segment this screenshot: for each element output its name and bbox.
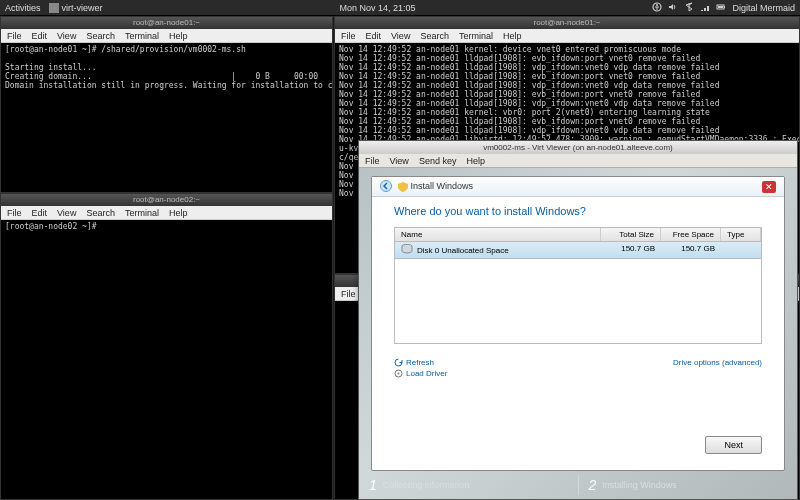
window-title: root@an-node02:~	[1, 194, 332, 206]
menu-sendkey[interactable]: Send key	[419, 156, 457, 166]
menu-file[interactable]: File	[7, 208, 22, 218]
back-button[interactable]	[380, 180, 392, 194]
disk-table: Name Total Size Free Space Type Disk 0 U…	[394, 227, 762, 344]
drive-options-link[interactable]: Drive options (advanced)	[673, 358, 762, 367]
terminal-menubar: File Edit View Search Terminal Help	[335, 29, 799, 43]
svg-rect-5	[718, 6, 723, 8]
menu-view[interactable]: View	[390, 156, 409, 166]
menu-edit[interactable]: Edit	[32, 208, 48, 218]
load-driver-link[interactable]: Load Driver	[394, 369, 447, 378]
virt-menubar: File View Send key Help	[359, 154, 797, 168]
window-title: root@an-node01:~	[335, 17, 799, 29]
close-button[interactable]: ✕	[762, 181, 776, 193]
installer-header: Install Windows ✕	[372, 177, 784, 197]
disk-table-empty	[395, 259, 761, 343]
installer-title: Install Windows	[398, 181, 473, 192]
menu-help[interactable]: Help	[169, 31, 188, 41]
menu-file[interactable]: File	[341, 31, 356, 41]
terminal-content[interactable]: [root@an-node02 ~]#	[1, 220, 332, 499]
installer-steps: 1Collecting information 2Installing Wind…	[359, 471, 797, 499]
col-type[interactable]: Type	[721, 228, 761, 241]
installer-body: Where do you want to install Windows? Na…	[372, 197, 784, 470]
col-name[interactable]: Name	[395, 228, 601, 241]
virt-viewer-window: vm0002-ms - Virt Viewer (on an-node01.al…	[358, 140, 798, 500]
user-menu[interactable]: Digital Mermaid	[732, 3, 795, 13]
installer-question: Where do you want to install Windows?	[394, 205, 762, 217]
window-title: root@an-node01:~	[1, 17, 332, 29]
windows-installer: Install Windows ✕ Where do you want to i…	[359, 168, 797, 499]
window-title: vm0002-ms - Virt Viewer (on an-node01.al…	[359, 141, 797, 154]
terminal-menubar: File Edit View Search Terminal Help	[1, 206, 332, 220]
driver-icon	[394, 369, 403, 378]
accessibility-icon[interactable]	[652, 2, 662, 14]
next-button[interactable]: Next	[705, 436, 762, 454]
disk-actions: Refresh Load Driver Drive options (advan…	[394, 358, 762, 380]
menu-help[interactable]: Help	[503, 31, 522, 41]
menu-terminal[interactable]: Terminal	[125, 31, 159, 41]
battery-icon[interactable]	[716, 2, 726, 14]
refresh-link[interactable]: Refresh	[394, 358, 447, 367]
menu-view[interactable]: View	[57, 208, 76, 218]
app-icon	[49, 3, 59, 13]
network-icon[interactable]	[700, 2, 710, 14]
menu-file[interactable]: File	[365, 156, 380, 166]
svg-rect-4	[724, 6, 725, 8]
menu-help[interactable]: Help	[169, 208, 188, 218]
app-menu[interactable]: virt-viewer	[49, 3, 103, 13]
step-1: 1Collecting information	[359, 471, 578, 499]
shield-icon	[398, 182, 408, 192]
installer-dialog: Install Windows ✕ Where do you want to i…	[371, 176, 785, 471]
menu-terminal[interactable]: Terminal	[459, 31, 493, 41]
terminal-window-2: root@an-node02:~ File Edit View Search T…	[0, 193, 333, 500]
activities-button[interactable]: Activities	[5, 3, 41, 13]
menu-file[interactable]: File	[7, 31, 22, 41]
svg-point-9	[398, 373, 400, 375]
svg-point-6	[381, 180, 392, 191]
menu-file[interactable]: File	[341, 289, 356, 299]
disk-icon	[401, 244, 413, 256]
volume-icon[interactable]	[668, 2, 678, 14]
menu-help[interactable]: Help	[466, 156, 485, 166]
bluetooth-icon[interactable]	[684, 2, 694, 14]
menu-view[interactable]: View	[57, 31, 76, 41]
svg-rect-0	[49, 3, 59, 13]
terminal-window-1: root@an-node01:~ File Edit View Search T…	[0, 16, 333, 193]
col-totalsize[interactable]: Total Size	[601, 228, 661, 241]
terminal-menubar: File Edit View Search Terminal Help	[1, 29, 332, 43]
col-freespace[interactable]: Free Space	[661, 228, 721, 241]
disk-row-selected[interactable]: Disk 0 Unallocated Space 150.7 GB 150.7 …	[395, 242, 761, 259]
menu-edit[interactable]: Edit	[32, 31, 48, 41]
gnome-topbar: Activities virt-viewer Mon Nov 14, 21:05…	[0, 0, 800, 16]
table-header: Name Total Size Free Space Type	[395, 228, 761, 242]
step-2: 2Installing Windows	[579, 471, 798, 499]
menu-edit[interactable]: Edit	[366, 31, 382, 41]
menu-search[interactable]: Search	[86, 31, 115, 41]
svg-point-2	[656, 4, 658, 6]
menu-search[interactable]: Search	[420, 31, 449, 41]
menu-terminal[interactable]: Terminal	[125, 208, 159, 218]
refresh-icon	[394, 358, 403, 367]
terminal-content[interactable]: [root@an-node01 ~]# /shared/provision/vm…	[1, 43, 332, 192]
menu-search[interactable]: Search	[86, 208, 115, 218]
clock[interactable]: Mon Nov 14, 21:05	[103, 3, 653, 13]
menu-view[interactable]: View	[391, 31, 410, 41]
